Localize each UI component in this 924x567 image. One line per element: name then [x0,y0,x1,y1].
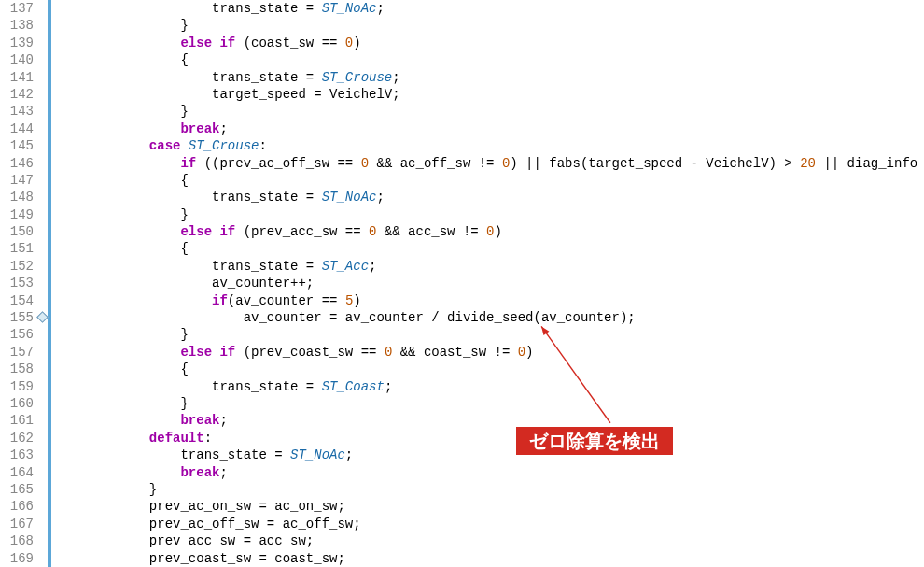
breakpoint-column[interactable] [37,0,48,567]
annotation-callout: ゼロ除算を検出 [516,427,673,455]
code-line[interactable]: { [51,361,924,377]
line-number: 166 [0,498,34,515]
code-line[interactable]: } [51,395,924,412]
code-line[interactable]: else if (prev_acc_sw == 0 && acc_sw != 0… [51,223,924,240]
line-number: 169 [0,550,34,567]
line-number: 159 [0,378,34,395]
code-text: default: [55,431,212,446]
code-text: } [55,327,189,342]
code-line[interactable]: trans_state = ST_Coast; [51,378,924,395]
code-text: else if (prev_acc_sw == 0 && acc_sw != 0… [55,224,502,239]
code-text: prev_ac_on_sw = ac_on_sw; [55,499,345,514]
code-line[interactable]: if(av_counter == 5) [51,292,924,309]
line-number: 141 [0,69,34,86]
code-line[interactable]: case ST_Crouse: [51,137,924,154]
code-text: trans_state = ST_NoAc; [55,447,353,462]
line-number: 149 [0,206,34,223]
code-text: } [55,482,157,497]
code-line[interactable]: } [51,103,924,120]
code-text: trans_state = ST_NoAc; [55,190,385,205]
code-text: else if (prev_coast_sw == 0 && coast_sw … [55,345,534,360]
code-line[interactable]: { [51,51,924,68]
code-text: break; [55,465,228,480]
code-text: else if (coast_sw == 0) [55,35,361,50]
code-line[interactable]: trans_state = ST_Acc; [51,258,924,275]
code-text: trans_state = ST_Acc; [55,259,376,274]
code-line[interactable]: prev_coast_sw = coast_sw; [51,550,924,567]
code-text: break; [55,121,228,136]
code-line[interactable]: target_speed = VeichelV; [51,86,924,103]
code-text: av_counter = av_counter / divide_seed(av… [55,310,636,325]
line-number: 157 [0,344,34,361]
code-line[interactable]: default: [51,430,924,447]
line-number: 165 [0,481,34,498]
code-line[interactable]: trans_state = ST_NoAc; [51,0,924,17]
code-line[interactable]: prev_acc_sw = acc_sw; [51,532,924,549]
code-line[interactable]: av_counter++; [51,275,924,291]
code-line[interactable]: av_counter = av_counter / divide_seed(av… [51,309,924,326]
code-line[interactable]: } [51,481,924,498]
line-number: 167 [0,516,34,532]
line-number: 147 [0,172,34,189]
code-line[interactable]: else if (prev_coast_sw == 0 && coast_sw … [51,344,924,361]
line-number: 148 [0,189,34,206]
code-line[interactable]: else if (coast_sw == 0) [51,35,924,51]
annotation-text: ゼロ除算を検出 [529,431,660,451]
line-number: 142 [0,86,34,103]
code-line[interactable]: } [51,326,924,343]
code-text: break; [55,413,228,428]
line-number: 144 [0,120,34,137]
line-number: 146 [0,155,34,172]
code-text: trans_state = ST_Coast; [55,379,392,394]
code-text: av_counter++; [55,276,314,291]
code-text: } [55,207,189,222]
code-area[interactable]: trans_state = ST_NoAc; } else if (coast_… [51,0,924,567]
code-text: if ((prev_ac_off_sw == 0 && ac_off_sw !=… [55,156,924,171]
code-line[interactable]: trans_state = ST_NoAc; [51,447,924,463]
code-line[interactable]: { [51,240,924,257]
code-line[interactable]: trans_state = ST_NoAc; [51,189,924,206]
line-number: 154 [0,292,34,309]
code-text: prev_ac_off_sw = ac_off_sw; [55,517,361,532]
code-line[interactable]: } [51,17,924,34]
line-number: 138 [0,17,34,34]
code-line[interactable]: if ((prev_ac_off_sw == 0 && ac_off_sw !=… [51,155,924,172]
line-number: 160 [0,395,34,412]
line-number: 143 [0,103,34,120]
code-text: } [55,396,189,411]
code-line[interactable]: prev_ac_off_sw = ac_off_sw; [51,516,924,532]
code-line[interactable]: trans_state = ST_Crouse; [51,69,924,86]
line-number-gutter: 1371381391401411421431441451461471481491… [0,0,37,567]
code-text: trans_state = ST_NoAc; [55,1,385,16]
line-number: 161 [0,412,34,429]
code-text: { [55,241,189,256]
code-line[interactable]: break; [51,464,924,481]
code-line[interactable]: } [51,206,924,223]
line-number: 153 [0,275,34,291]
code-text: } [55,104,189,119]
line-number: 163 [0,447,34,463]
code-line[interactable]: { [51,172,924,189]
code-line[interactable]: break; [51,120,924,137]
code-text: prev_coast_sw = coast_sw; [55,551,345,566]
line-number: 168 [0,532,34,549]
line-number: 139 [0,35,34,51]
code-text: { [55,52,189,67]
line-number: 145 [0,137,34,154]
code-text: } [55,18,189,33]
line-number: 162 [0,430,34,447]
line-number: 137 [0,0,34,17]
code-text: target_speed = VeichelV; [55,87,400,102]
line-number: 158 [0,361,34,377]
code-text: prev_acc_sw = acc_sw; [55,533,314,548]
code-line[interactable]: prev_ac_on_sw = ac_on_sw; [51,498,924,515]
line-number: 150 [0,223,34,240]
line-number: 151 [0,240,34,257]
line-number: 155 [0,309,34,326]
line-number: 156 [0,326,34,343]
code-text: { [55,361,189,376]
code-editor[interactable]: 1371381391401411421431441451461471481491… [0,0,924,567]
code-text: trans_state = ST_Crouse; [55,70,400,85]
code-line[interactable]: break; [51,412,924,429]
code-text: { [55,173,189,188]
